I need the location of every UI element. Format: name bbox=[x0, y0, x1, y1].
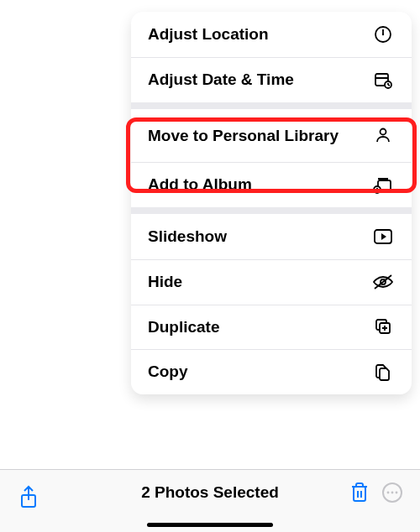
menu-item-label: Duplicate bbox=[148, 317, 371, 337]
album-add-icon bbox=[371, 175, 395, 194]
share-button[interactable] bbox=[18, 485, 39, 514]
svg-point-8 bbox=[381, 129, 386, 135]
menu-item-add-to-album[interactable]: Add to Album bbox=[131, 162, 412, 207]
home-indicator[interactable] bbox=[147, 523, 273, 527]
menu-item-label: Hide bbox=[148, 272, 371, 292]
more-button[interactable] bbox=[381, 482, 403, 507]
menu-item-label: Adjust Location bbox=[148, 24, 371, 44]
menu-item-label: Adjust Date & Time bbox=[148, 70, 371, 90]
svg-rect-21 bbox=[354, 487, 365, 501]
bottom-toolbar: 2 Photos Selected bbox=[0, 469, 420, 532]
menu-item-move-to-personal-library[interactable]: Move to Personal Library bbox=[131, 109, 412, 163]
share-icon bbox=[18, 485, 39, 514]
more-icon bbox=[381, 482, 403, 507]
menu-group: Adjust Location Adjust Date & Time bbox=[131, 12, 412, 102]
selection-status: 2 Photos Selected bbox=[141, 483, 279, 502]
duplicate-icon bbox=[371, 317, 395, 336]
eye-slash-icon bbox=[371, 274, 395, 290]
menu-group: Slideshow Hide Duplicate bbox=[131, 214, 412, 394]
menu-item-label: Add to Album bbox=[148, 175, 371, 195]
menu-item-label: Move to Personal Library bbox=[148, 126, 371, 146]
svg-line-7 bbox=[388, 85, 390, 86]
menu-item-slideshow[interactable]: Slideshow bbox=[131, 214, 412, 259]
menu-item-adjust-location[interactable]: Adjust Location bbox=[131, 12, 412, 57]
menu-item-copy[interactable]: Copy bbox=[131, 349, 412, 394]
menu-item-label: Slideshow bbox=[148, 227, 371, 247]
svg-point-27 bbox=[396, 492, 398, 494]
menu-item-label: Copy bbox=[148, 362, 371, 382]
menu-group: Move to Personal Library Add to Album bbox=[131, 109, 412, 208]
trash-button[interactable] bbox=[349, 482, 370, 507]
calendar-icon bbox=[371, 70, 395, 89]
svg-point-25 bbox=[387, 492, 390, 494]
menu-separator bbox=[131, 102, 412, 109]
context-menu: Adjust Location Adjust Date & Time Move … bbox=[131, 12, 412, 394]
play-rect-icon bbox=[371, 228, 395, 245]
copy-icon bbox=[371, 362, 395, 381]
menu-item-hide[interactable]: Hide bbox=[131, 259, 412, 305]
menu-separator bbox=[131, 207, 412, 214]
trash-icon bbox=[349, 482, 370, 507]
menu-item-duplicate[interactable]: Duplicate bbox=[131, 305, 412, 350]
info-circle-icon bbox=[371, 25, 395, 44]
svg-point-26 bbox=[391, 492, 394, 494]
menu-item-adjust-date-time[interactable]: Adjust Date & Time bbox=[131, 57, 412, 102]
person-icon bbox=[371, 126, 395, 144]
